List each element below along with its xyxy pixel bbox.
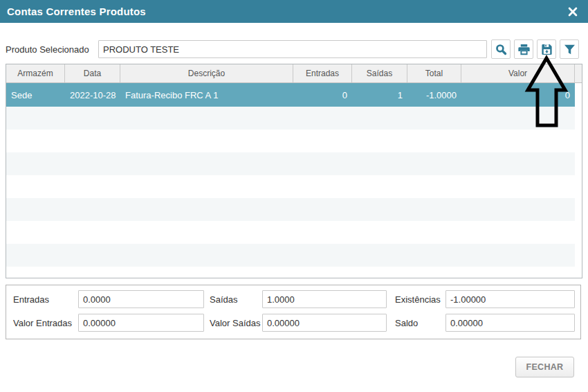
close-button[interactable] [564, 3, 581, 20]
saldo-field[interactable] [445, 314, 575, 332]
printer-icon [517, 43, 531, 56]
entradas-label: Entradas [13, 290, 49, 308]
valor-saidas-field[interactable] [262, 314, 387, 332]
dialog-titlebar: Contas Correntes Produtos [0, 0, 588, 23]
accounts-table: Armazém Data Descrição Entradas Saídas T… [6, 64, 582, 278]
search-button[interactable] [491, 39, 511, 59]
saldo-label: Saldo [395, 314, 418, 332]
valor-entradas-label: Valor Entradas [13, 314, 72, 332]
close-icon [567, 6, 579, 18]
fechar-button[interactable]: FECHAR [515, 357, 574, 377]
cell-valor: 0 [461, 83, 575, 107]
empty-row [6, 198, 575, 221]
empty-row [6, 244, 575, 267]
table-row-selected[interactable]: Sede 2022-10-28 Fatura-Recibo FRC A 1 0 … [6, 83, 575, 107]
save-pdf-button[interactable] [537, 39, 556, 59]
cell-saidas: 1 [352, 83, 407, 107]
empty-row [6, 175, 575, 198]
empty-row [6, 107, 575, 130]
existencias-field[interactable] [445, 290, 575, 308]
entradas-field[interactable] [78, 290, 204, 308]
column-header-data[interactable]: Data [65, 64, 120, 82]
cell-total: -1.0000 [407, 83, 461, 107]
dialog-title: Contas Correntes Produtos [7, 6, 146, 17]
product-selected-label: Produto Selecionado [6, 40, 89, 58]
save-disk-icon [540, 43, 553, 56]
column-header-valor[interactable]: Valor [461, 64, 575, 82]
cell-data: 2022-10-28 [65, 83, 120, 107]
table-body: Sede 2022-10-28 Fatura-Recibo FRC A 1 0 … [6, 83, 582, 278]
cell-armazem: Sede [6, 83, 65, 107]
column-header-armazem[interactable]: Armazém [6, 64, 65, 82]
header-spacer [575, 64, 582, 82]
column-header-total[interactable]: Total [407, 64, 461, 82]
cell-descricao: Fatura-Recibo FRC A 1 [120, 83, 293, 107]
search-icon [495, 43, 508, 56]
column-header-saidas[interactable]: Saídas [352, 64, 407, 82]
product-input[interactable] [98, 40, 487, 58]
summary-groupbox: Entradas Saídas Existências Valor Entrad… [6, 285, 581, 339]
print-button[interactable] [514, 39, 533, 59]
column-header-entradas[interactable]: Entradas [293, 64, 352, 82]
empty-row [6, 130, 575, 152]
valor-entradas-field[interactable] [78, 314, 204, 332]
valor-saidas-label: Valor Saídas [210, 314, 260, 332]
saidas-label: Saídas [210, 290, 237, 308]
table-header-row: Armazém Data Descrição Entradas Saídas T… [6, 64, 582, 83]
existencias-label: Existências [395, 290, 441, 308]
column-header-descricao[interactable]: Descrição [120, 64, 293, 82]
empty-row [6, 152, 575, 175]
filter-button[interactable] [560, 39, 579, 59]
filter-funnel-icon [563, 43, 576, 56]
empty-row [6, 267, 575, 278]
empty-row [6, 221, 575, 244]
cell-entradas: 0 [293, 83, 352, 107]
saidas-field[interactable] [262, 290, 387, 308]
